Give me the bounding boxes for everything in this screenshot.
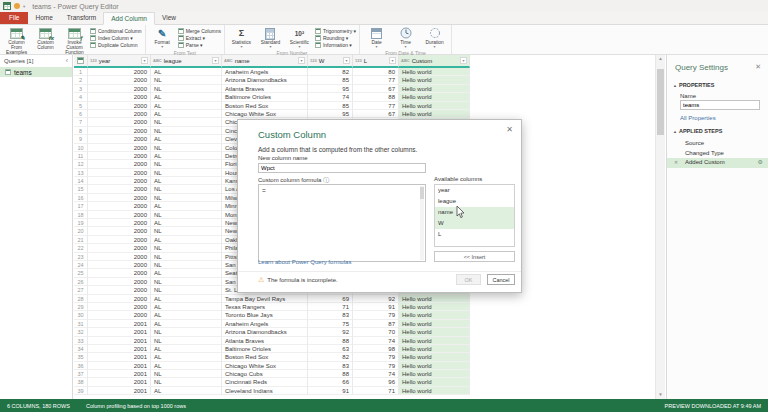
cell-league: NL (151, 160, 222, 168)
extract-button[interactable]: Extract ▾ (178, 35, 221, 41)
table-row: 62000ALChicago White Sox9567Hello world (74, 110, 470, 118)
standard-button[interactable]: Standard▾ (257, 26, 284, 49)
filter-dropdown-icon[interactable]: ▾ (343, 57, 350, 64)
trigonometry-button[interactable]: Trigonometry ▾ (315, 28, 356, 34)
time-button[interactable]: Time▾ (392, 26, 419, 49)
quick-access-caret-icon[interactable]: ▾ (23, 4, 25, 9)
parse-button[interactable]: Parse ▾ (178, 42, 221, 48)
cell-year: 2000 (88, 144, 151, 152)
collapse-triangle-icon: ▲ (673, 83, 677, 88)
scroll-down-icon[interactable]: ▼ (656, 391, 665, 399)
merge-columns-button[interactable]: Merge Columns (178, 28, 221, 34)
insert-column-button[interactable]: << Insert (434, 251, 515, 262)
duplicate-column-button[interactable]: Duplicate Column (90, 42, 142, 48)
available-column-l[interactable]: L (435, 229, 514, 240)
tab-add-column[interactable]: Add Column (103, 12, 155, 25)
row-number: 32 (74, 328, 88, 336)
close-settings-icon[interactable]: ✕ (755, 63, 761, 71)
cell-year: 2000 (88, 227, 151, 235)
available-column-w[interactable]: W (435, 218, 514, 229)
formula-scrollbar[interactable] (420, 186, 424, 260)
small-table-icon (315, 28, 321, 34)
table-row: 42000ALBaltimore Orioles7488Hello world (74, 93, 470, 101)
table-row: 332001NLAtlanta Braves8874Hello world (74, 337, 470, 345)
filter-dropdown-icon[interactable]: ▾ (141, 57, 148, 64)
row-number: 24 (74, 261, 88, 269)
quick-access-icon[interactable] (14, 3, 20, 9)
applied-step-source[interactable]: Source (667, 139, 768, 149)
row-number: 2 (74, 76, 88, 84)
ribbon-tabs: File Home Transform Add Column View (0, 12, 768, 25)
properties-section-header[interactable]: ▲ PROPERTIES (673, 82, 714, 88)
cell-year: 2001 (88, 353, 151, 361)
cell-custom: Hello world (399, 328, 470, 336)
column-header-name[interactable]: ABCname▾ (222, 55, 308, 68)
available-column-name[interactable]: name (435, 207, 514, 218)
new-column-name-input[interactable] (258, 163, 426, 173)
vertical-scrollbar[interactable]: ▲ ▼ (655, 55, 665, 399)
cancel-button[interactable]: Cancel (487, 274, 515, 285)
cell-w: 85 (308, 102, 353, 110)
query-item-label: teams (14, 69, 32, 76)
cell-name: Anaheim Angels (222, 68, 308, 76)
index-column-button[interactable]: Index Column ▾ (90, 35, 142, 41)
tab-home[interactable]: Home (28, 12, 59, 24)
dialog-close-icon[interactable]: ✕ (506, 125, 513, 134)
delete-step-icon[interactable]: ✕ (674, 158, 678, 168)
applied-step-changed-type[interactable]: Changed Type (667, 149, 768, 159)
column-header-custom[interactable]: ABCCustom▾ (399, 55, 470, 68)
scientific-button[interactable]: 10²Scientific▾ (286, 26, 313, 49)
tab-file[interactable]: File (0, 12, 28, 24)
cell-year: 2001 (88, 345, 151, 353)
tab-view[interactable]: View (155, 12, 183, 24)
filter-dropdown-icon[interactable]: ▾ (298, 57, 305, 64)
ok-button[interactable]: OK (456, 274, 481, 285)
filter-dropdown-icon[interactable]: ▾ (212, 57, 219, 64)
applied-steps-section-header[interactable]: ▲ APPLIED STEPS (673, 128, 722, 134)
cell-l: 79 (353, 362, 399, 370)
filter-dropdown-icon[interactable]: ▾ (460, 57, 467, 64)
queries-pane-header: Queries [1] (4, 58, 33, 64)
available-column-year[interactable]: year (435, 185, 514, 196)
query-table-icon (5, 69, 11, 75)
scrollbar-thumb[interactable] (657, 69, 664, 135)
cell-custom: Hello world (399, 337, 470, 345)
conditional-column-button[interactable]: Conditional Column (90, 28, 142, 34)
cell-l: 77 (353, 76, 399, 84)
cell-w: 92 (308, 328, 353, 336)
cell-l: 74 (353, 370, 399, 378)
select-all-corner[interactable] (74, 55, 88, 68)
all-properties-link[interactable]: All Properties (680, 115, 716, 121)
filter-dropdown-icon[interactable]: ▾ (389, 57, 396, 64)
dialog-description: Add a column that is computed from the o… (258, 146, 417, 153)
duration-button[interactable]: Duration▾ (421, 26, 448, 49)
step-settings-gear-icon[interactable]: ⚙ (758, 158, 763, 168)
date-button[interactable]: Date▾ (363, 26, 390, 49)
column-header-year[interactable]: 123year▾ (88, 55, 151, 68)
rounding-button[interactable]: Rounding ▾ (315, 35, 356, 41)
column-header-w[interactable]: 123W▾ (308, 55, 353, 68)
cell-l: 79 (353, 353, 399, 361)
format-button[interactable]: ✎Format▾ (149, 26, 176, 49)
cell-w: 95 (308, 110, 353, 118)
scroll-up-icon[interactable]: ▲ (656, 55, 665, 63)
collapse-queries-icon[interactable]: ‹ (66, 58, 68, 64)
learn-formulas-link[interactable]: Learn about Power Query formulas (258, 259, 351, 265)
formula-input[interactable]: = (258, 184, 426, 262)
tab-transform[interactable]: Transform (60, 12, 103, 24)
query-item-teams[interactable]: teams (0, 67, 72, 77)
table-fx-icon: ƒ (68, 28, 81, 39)
column-header-league[interactable]: ABCleague▾ (151, 55, 222, 68)
query-name-input[interactable] (680, 100, 760, 110)
cell-w: 74 (308, 93, 353, 101)
cell-w: 63 (308, 345, 353, 353)
available-column-league[interactable]: league (435, 196, 514, 207)
ribbon-button-label: Custom Column (32, 40, 59, 50)
information-button[interactable]: Information ▾ (315, 42, 356, 48)
cell-custom: Hello world (399, 102, 470, 110)
column-header-l[interactable]: 123L▾ (353, 55, 399, 68)
cell-custom: Hello world (399, 387, 470, 395)
statistics-button[interactable]: ΣStatistics▾ (228, 26, 255, 49)
info-icon[interactable]: ⓘ (323, 177, 329, 183)
applied-step-added-custom[interactable]: ✕Added Custom⚙ (667, 158, 768, 168)
